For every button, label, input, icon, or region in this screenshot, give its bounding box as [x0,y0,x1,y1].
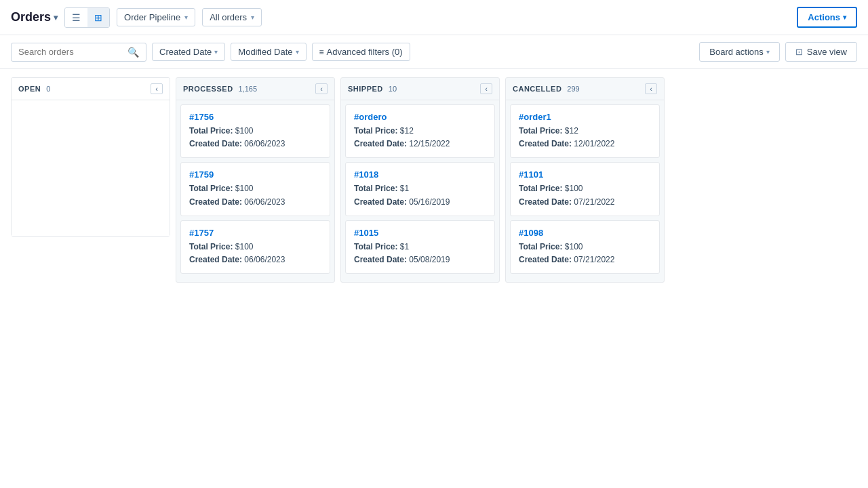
column-count-shipped: 10 [389,85,397,93]
order-total-price: Total Price: $1 [354,182,486,195]
collapse-button-open[interactable]: ‹ [151,83,163,94]
all-orders-label: All orders [210,12,247,22]
order-total-price: Total Price: $1 [354,241,486,253]
orders-label: Orders [11,10,51,24]
order-total-price: Total Price: $100 [189,182,321,195]
save-view-label: Save view [807,47,847,57]
order-total-price: Total Price: $100 [189,125,321,138]
collapse-button-processed[interactable]: ‹ [315,83,328,94]
order-id: #1018 [354,169,486,180]
order-created-date: Created Date: 05/08/2019 [354,253,486,266]
all-orders-dropdown[interactable]: All orders ▾ [202,8,262,26]
board-actions-button[interactable]: Board actions ▾ [699,42,780,62]
order-total-price: Total Price: $12 [354,125,486,138]
order-id: #ordero [354,112,486,122]
column-header-open: OPEN0‹ [12,78,170,100]
order-id: #1015 [354,228,486,238]
order-created-date: Created Date: 12/01/2022 [519,138,651,150]
order-card[interactable]: #1757Total Price: $100Created Date: 06/0… [180,220,330,274]
advanced-filters-button[interactable]: ≡ Advanced filters (0) [312,43,410,61]
board-actions-arrow-icon: ▾ [766,48,770,56]
created-date-arrow-icon: ▾ [214,48,218,56]
view-toggles: ☰ ⊞ [64,7,110,28]
order-total-price: Total Price: $100 [519,182,651,195]
search-icon: 🔍 [127,47,139,58]
order-card[interactable]: #1759Total Price: $100Created Date: 06/0… [180,162,330,216]
modified-date-arrow-icon: ▾ [296,48,299,56]
column-processed: PROCESSED1,165‹#1756Total Price: $100Cre… [176,77,335,283]
top-bar-left: Orders ▾ ☰ ⊞ Order Pipeline ▾ All orders… [11,7,262,28]
order-card[interactable]: #1018Total Price: $1Created Date: 05/16/… [345,162,495,216]
order-created-date: Created Date: 07/21/2022 [519,196,651,209]
column-title-cancelled: CANCELLED [513,85,561,93]
order-total-price: Total Price: $100 [189,241,321,253]
actions-label: Actions [808,12,840,22]
search-box: 🔍 [11,43,146,62]
order-card[interactable]: #order1Total Price: $12Created Date: 12/… [510,104,660,158]
filter-bar-right: Board actions ▾ ⊡ Save view [699,42,857,62]
order-total-price: Total Price: $12 [519,125,651,138]
list-view-button[interactable]: ☰ [65,8,87,27]
column-count-processed: 1,165 [239,85,258,93]
filter-bar: 🔍 Created Date ▾ Modified Date ▾ ≡ Advan… [0,35,868,69]
order-card[interactable]: #orderoTotal Price: $12Created Date: 12/… [345,104,495,158]
created-date-filter[interactable]: Created Date ▾ [152,43,225,61]
order-id: #order1 [519,112,651,122]
order-created-date: Created Date: 05/16/2019 [354,196,486,209]
modified-date-label: Modified Date [238,47,292,57]
save-view-button[interactable]: ⊡ Save view [785,42,857,62]
column-shipped: SHIPPED10‹#orderoTotal Price: $12Created… [340,77,500,283]
search-input[interactable] [18,47,123,57]
column-body-open [12,100,170,236]
order-id: #1756 [189,112,321,122]
advanced-filters-label: Advanced filters (0) [327,47,403,57]
column-body-shipped: #orderoTotal Price: $12Created Date: 12/… [341,100,499,282]
order-card[interactable]: #1101Total Price: $100Created Date: 07/2… [510,162,660,216]
order-total-price: Total Price: $100 [519,241,651,253]
column-title-open: OPEN [18,85,41,93]
modified-date-filter[interactable]: Modified Date ▾ [231,43,306,61]
board: OPEN0‹PROCESSED1,165‹#1756Total Price: $… [0,69,868,291]
order-created-date: Created Date: 06/06/2023 [189,196,321,209]
pipeline-arrow-icon: ▾ [184,14,188,21]
column-body-processed: #1756Total Price: $100Created Date: 06/0… [176,100,334,282]
order-created-date: Created Date: 06/06/2023 [189,138,321,150]
column-count-open: 0 [46,85,50,93]
orders-chevron-icon: ▾ [54,13,58,22]
column-cancelled: CANCELLED299‹#order1Total Price: $12Crea… [505,77,665,283]
order-created-date: Created Date: 12/15/2022 [354,138,486,150]
column-title-shipped: SHIPPED [348,85,383,93]
column-open: OPEN0‹ [11,77,170,237]
save-view-icon: ⊡ [795,47,803,57]
all-orders-arrow-icon: ▾ [251,14,254,21]
column-header-shipped: SHIPPED10‹ [341,78,499,100]
board-view-button[interactable]: ⊞ [87,8,109,27]
order-id: #1757 [189,228,321,238]
filter-lines-icon: ≡ [319,47,324,57]
actions-arrow-icon: ▾ [843,14,846,21]
order-created-date: Created Date: 06/06/2023 [189,253,321,266]
order-created-date: Created Date: 07/21/2022 [519,253,651,266]
created-date-label: Created Date [159,47,212,57]
pipeline-dropdown[interactable]: Order Pipeline ▾ [117,8,195,26]
order-id: #1759 [189,169,321,180]
pipeline-label: Order Pipeline [124,12,180,22]
order-card[interactable]: #1756Total Price: $100Created Date: 06/0… [180,104,330,158]
column-title-processed: PROCESSED [183,85,233,93]
column-count-cancelled: 299 [567,85,579,93]
actions-button[interactable]: Actions ▾ [797,7,857,28]
order-card[interactable]: #1015Total Price: $1Created Date: 05/08/… [345,220,495,274]
column-body-cancelled: #order1Total Price: $12Created Date: 12/… [506,100,664,282]
order-id: #1098 [519,228,651,238]
column-header-cancelled: CANCELLED299‹ [506,78,664,100]
collapse-button-shipped[interactable]: ‹ [480,83,492,94]
column-header-processed: PROCESSED1,165‹ [176,78,334,100]
order-id: #1101 [519,169,651,180]
orders-title[interactable]: Orders ▾ [11,10,58,24]
top-bar: Orders ▾ ☰ ⊞ Order Pipeline ▾ All orders… [0,0,868,35]
collapse-button-cancelled[interactable]: ‹ [645,83,657,94]
board-actions-label: Board actions [709,47,764,57]
order-card[interactable]: #1098Total Price: $100Created Date: 07/2… [510,220,660,274]
